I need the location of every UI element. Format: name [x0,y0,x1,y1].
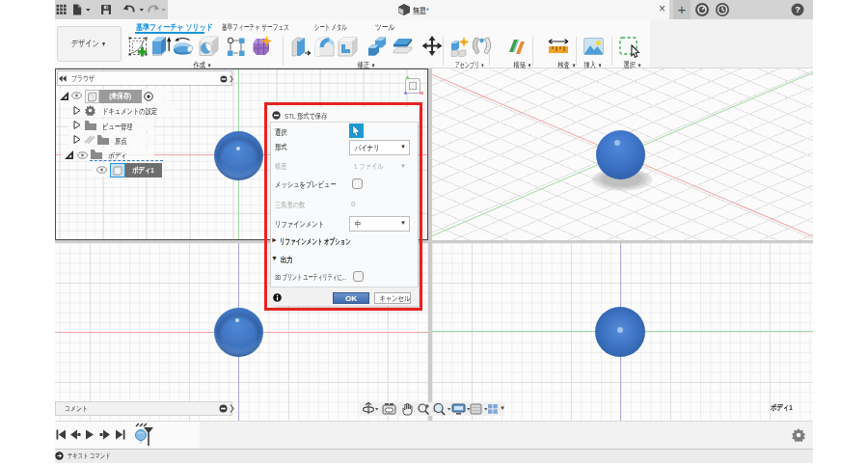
svg-text:?: ? [795,5,800,14]
